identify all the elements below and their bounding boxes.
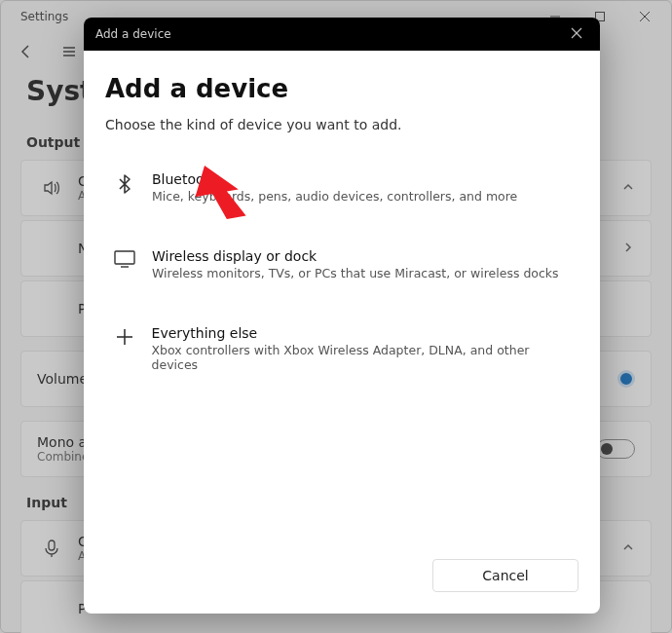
add-device-modal: Add a device Add a device Choose the kin… <box>84 18 600 614</box>
option-title: Everything else <box>152 325 573 341</box>
option-bluetooth[interactable]: Bluetooth Mice, keyboards, pens, audio d… <box>105 160 579 215</box>
option-desc: Wireless monitors, TVs, or PCs that use … <box>152 266 559 280</box>
modal-heading: Add a device <box>105 74 579 103</box>
monitor-icon <box>111 248 138 268</box>
bluetooth-icon <box>111 171 138 195</box>
close-icon[interactable] <box>565 26 588 42</box>
plus-icon <box>111 325 138 347</box>
option-wireless-display[interactable]: Wireless display or dock Wireless monito… <box>105 237 579 292</box>
option-desc: Mice, keyboards, pens, audio devices, co… <box>152 189 517 204</box>
option-desc: Xbox controllers with Xbox Wireless Adap… <box>152 343 573 372</box>
option-title: Bluetooth <box>152 171 517 187</box>
svg-rect-10 <box>115 251 134 264</box>
option-everything-else[interactable]: Everything else Xbox controllers with Xb… <box>105 314 579 384</box>
modal-titlebar: Add a device <box>84 18 600 51</box>
option-title: Wireless display or dock <box>152 248 559 264</box>
cancel-button[interactable]: Cancel <box>432 559 579 592</box>
modal-subheading: Choose the kind of device you want to ad… <box>105 117 579 132</box>
modal-titlebar-text: Add a device <box>95 27 171 41</box>
